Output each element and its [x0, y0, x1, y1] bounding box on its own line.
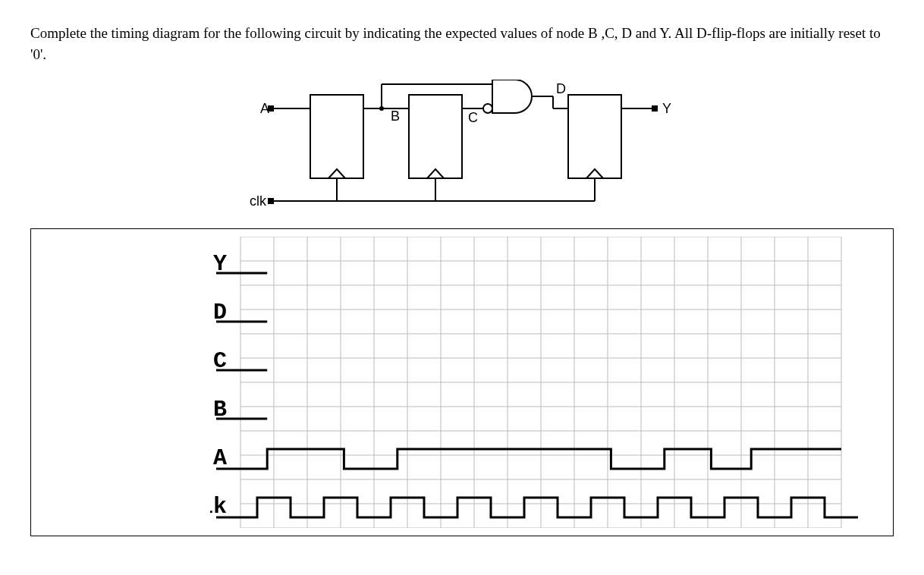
timing-label-A: A [213, 445, 227, 471]
wave-clk [216, 498, 858, 517]
label-clk: clk [250, 193, 267, 209]
question-text: Complete the timing diagram for the foll… [30, 23, 894, 64]
svg-rect-0 [310, 95, 363, 178]
label-C: C [468, 110, 478, 125]
svg-rect-16 [268, 198, 274, 204]
timing-diagram: YDCBAclk [30, 228, 894, 536]
label-Y: Y [662, 101, 671, 116]
svg-rect-2 [568, 95, 621, 178]
svg-rect-15 [652, 105, 658, 112]
label-D: D [556, 81, 566, 96]
svg-point-9 [483, 104, 492, 113]
label-B: B [391, 108, 400, 124]
svg-rect-1 [409, 95, 462, 178]
label-A: A [260, 101, 269, 116]
circuit-diagram: A B C D Y clk [30, 80, 894, 216]
wave-A [216, 449, 841, 469]
timing-label-clk: clk [210, 494, 227, 520]
